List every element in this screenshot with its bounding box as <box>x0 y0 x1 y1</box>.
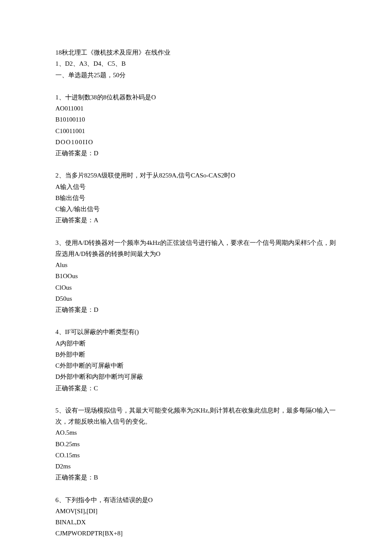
question-option: C10011001 <box>55 125 337 137</box>
question-1: 1、十进制数38的8位机器数补码是O AO011001 B10100110 C1… <box>55 92 337 159</box>
question-stem: 4、IF可以屏蔽的中断类型有() <box>55 326 337 337</box>
header-block: 18秋北理工《微机技术及应用》在线作业 1、D2、A3、D4、C5、B 一、单选… <box>55 47 337 81</box>
answer-line: 正确答案是：A <box>55 215 337 226</box>
gap <box>55 483 337 494</box>
gap <box>55 394 337 405</box>
question-2: 2、当多片8259A级联使用时，对于从8259A,信号CASo-CAS2时O A… <box>55 170 337 226</box>
question-option: BINAL,DX <box>55 517 337 528</box>
question-option: ClOus <box>55 282 337 293</box>
question-option: A内部中断 <box>55 338 337 349</box>
gap <box>55 226 337 237</box>
question-option: C外部中断的可屏蔽中断 <box>55 360 337 371</box>
section-line: 一、单选题共25题，50分 <box>55 70 337 81</box>
question-option: AO011001 <box>55 103 337 114</box>
question-option: CO.15ms <box>55 450 337 461</box>
question-option: A输入信号 <box>55 181 337 192</box>
question-4: 4、IF可以屏蔽的中断类型有() A内部中断 B外部中断 C外部中断的可屏蔽中断… <box>55 326 337 394</box>
question-option: B外部中断 <box>55 349 337 360</box>
question-option: BO.25ms <box>55 439 337 450</box>
question-option-special: DOO100IIO <box>55 137 337 148</box>
question-option: AO.5ms <box>55 427 337 438</box>
gap <box>55 81 337 92</box>
question-option: B1OOus <box>55 270 337 282</box>
question-option: B输出信号 <box>55 192 337 203</box>
answer-line: 正确答案是：D <box>55 148 337 159</box>
question-stem: 1、十进制数38的8位机器数补码是O <box>55 92 337 103</box>
question-option: D2ms <box>55 461 337 472</box>
question-option: C输入/输出信号 <box>55 203 337 215</box>
question-5: 5、设有一现场模拟信号，其最大可能变化频率为2KHz,则计算机在收集此信息时，最… <box>55 405 337 483</box>
header-answers-line: 1、D2、A3、D4、C5、B <box>55 58 337 69</box>
answer-line: 正确答案是：D <box>55 304 337 315</box>
doc-title: 18秋北理工《微机技术及应用》在线作业 <box>55 47 337 58</box>
question-stem: 3、使用A/D转换器对一个频率为4kHz的正弦波信号进行输入，要求在一个信号周期… <box>55 237 337 260</box>
question-6: 6、下列指令中，有语法错误的是O AMOV[SI],[DI] BINAL,DX … <box>55 494 337 539</box>
question-stem: 2、当多片8259A级联使用时，对于从8259A,信号CASo-CAS2时O <box>55 170 337 181</box>
question-option: D外部中断和内部中断均可屏蔽 <box>55 371 337 382</box>
question-option: Alus <box>55 259 337 270</box>
gap <box>55 159 337 170</box>
question-stem: 6、下列指令中，有语法错误的是O <box>55 494 337 506</box>
answer-line: 正确答案是：B <box>55 472 337 483</box>
question-option: B10100110 <box>55 114 337 125</box>
question-3: 3、使用A/D转换器对一个频率为4kHz的正弦波信号进行输入，要求在一个信号周期… <box>55 237 337 316</box>
question-option: D50us <box>55 293 337 304</box>
question-stem: 5、设有一现场模拟信号，其最大可能变化频率为2KHz,则计算机在收集此信息时，最… <box>55 405 337 427</box>
gap <box>55 315 337 326</box>
answer-line: 正确答案是：C <box>55 383 337 394</box>
question-option: AMOV[SI],[DI] <box>55 506 337 517</box>
question-option: CJMPWORDPTR[BX+8] <box>55 528 337 539</box>
